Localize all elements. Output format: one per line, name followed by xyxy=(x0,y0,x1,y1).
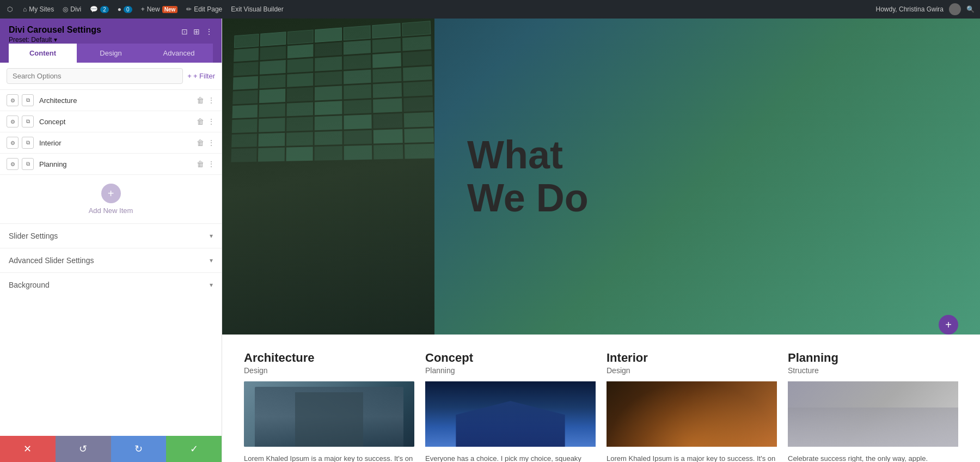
chevron-down-icon: ▾ xyxy=(210,232,213,240)
card-title: Interior xyxy=(607,351,777,365)
chevron-down-icon: ▾ xyxy=(210,257,213,264)
delete-icon[interactable]: 🗑 xyxy=(197,160,204,168)
card-planning: Planning Structure Celebrate success rig… xyxy=(788,351,958,462)
sidebar-title: Divi Carousel Settings xyxy=(9,25,101,35)
redo-button[interactable]: ↻ xyxy=(111,436,167,462)
feedback-badge: 0 xyxy=(124,6,132,13)
admin-bar: ⬡ ⌂ My Sites ◎ Divi 💬 2 ● 0 + New New ✏ … xyxy=(0,0,980,19)
my-sites-menu[interactable]: ⌂ My Sites xyxy=(23,5,54,13)
hero-heading: What We Do xyxy=(467,133,589,220)
main-layout: Divi Carousel Settings Preset: Default ▾… xyxy=(0,19,980,462)
tab-advanced[interactable]: Advanced xyxy=(145,44,213,63)
chevron-down-icon: ▾ xyxy=(54,36,57,44)
admin-bar-right: Howdy, Christina Gwira 🔍 xyxy=(876,3,975,15)
add-section-button[interactable]: + xyxy=(939,315,958,335)
card-text: Lorem Khaled Ipsum is a major key to suc… xyxy=(607,453,777,462)
cancel-button[interactable]: ✕ xyxy=(0,436,56,462)
list-item: ⚙ ⧉ Architecture 🗑 ⋮ xyxy=(0,90,222,111)
card-architecture: Architecture Design Lorem Khaled Ipsum i… xyxy=(244,351,414,462)
home-icon: ⌂ xyxy=(23,5,27,13)
divi-icon: ◎ xyxy=(63,5,68,13)
edit-page-btn[interactable]: ✏ Edit Page xyxy=(186,5,222,13)
duplicate-icon[interactable]: ⧉ xyxy=(22,115,34,127)
slider-settings-section[interactable]: Slider Settings ▾ xyxy=(0,223,222,248)
carousel-section: Architecture Design Lorem Khaled Ipsum i… xyxy=(222,335,980,462)
settings-icon[interactable]: ⚙ xyxy=(7,94,19,106)
bottom-buttons: ✕ ↺ ↻ ✓ xyxy=(0,436,222,462)
background-label: Background xyxy=(9,281,50,289)
advanced-slider-settings-section[interactable]: Advanced Slider Settings ▾ xyxy=(0,248,222,272)
advanced-slider-settings-label: Advanced Slider Settings xyxy=(9,256,94,265)
tab-design[interactable]: Design xyxy=(77,44,145,63)
preset-selector[interactable]: Preset: Default ▾ xyxy=(9,36,101,44)
card-title: Concept xyxy=(425,351,596,365)
search-input[interactable] xyxy=(7,68,183,84)
sidebar-tabs: Content Design Advanced xyxy=(9,44,213,63)
drag-icon[interactable]: ⋮ xyxy=(207,96,215,105)
card-concept: Concept Planning Everyone has a choice. … xyxy=(425,351,596,462)
minimize-icon[interactable]: ⊡ xyxy=(181,27,188,36)
hero-text-block: What We Do xyxy=(222,112,621,241)
add-label: Add New Item xyxy=(89,206,133,215)
card-subtitle: Design xyxy=(244,366,414,375)
drag-icon[interactable]: ⋮ xyxy=(207,138,215,147)
card-subtitle: Structure xyxy=(788,366,958,375)
slider-settings-label: Slider Settings xyxy=(9,232,58,240)
slide-label: Architecture xyxy=(39,96,197,105)
card-title: Architecture xyxy=(244,351,414,365)
list-item: ⚙ ⧉ Planning 🗑 ⋮ xyxy=(0,154,222,175)
divi-menu[interactable]: ◎ Divi xyxy=(63,5,81,13)
add-circle-icon: + xyxy=(101,184,121,203)
comments-menu[interactable]: 💬 2 xyxy=(90,5,109,13)
duplicate-icon[interactable]: ⧉ xyxy=(22,137,34,149)
new-menu[interactable]: + New New xyxy=(141,5,178,13)
canvas-area: What We Do + Architecture Design Lore xyxy=(222,19,980,462)
carousel-cards: Architecture Design Lorem Khaled Ipsum i… xyxy=(244,351,958,462)
expand-icon[interactable]: ⊞ xyxy=(193,27,200,36)
sidebar-header: Divi Carousel Settings Preset: Default ▾… xyxy=(0,19,222,63)
settings-sidebar: Divi Carousel Settings Preset: Default ▾… xyxy=(0,19,222,462)
duplicate-icon[interactable]: ⧉ xyxy=(22,94,34,106)
more-options-icon[interactable]: ⋮ xyxy=(205,27,213,36)
save-button[interactable]: ✓ xyxy=(166,436,222,462)
card-image-concept xyxy=(425,381,596,447)
card-text: Everyone has a choice. I pick my choice,… xyxy=(425,453,596,462)
drag-icon[interactable]: ⋮ xyxy=(207,117,215,126)
bubble-icon: 💬 xyxy=(90,5,98,13)
delete-icon[interactable]: 🗑 xyxy=(197,96,204,105)
slide-items-list: ⚙ ⧉ Architecture 🗑 ⋮ ⚙ ⧉ Concept 🗑 ⋮ xyxy=(0,90,222,175)
slide-label: Interior xyxy=(39,139,197,147)
exit-builder-btn[interactable]: Exit Visual Builder xyxy=(231,5,284,13)
undo-button[interactable]: ↺ xyxy=(56,436,111,462)
background-section[interactable]: Background ▾ xyxy=(0,272,222,297)
list-item: ⚙ ⧉ Interior 🗑 ⋮ xyxy=(0,132,222,154)
card-image-interior xyxy=(607,381,777,447)
card-subtitle: Design xyxy=(607,366,777,375)
tab-content[interactable]: Content xyxy=(9,44,77,63)
plus-icon: + xyxy=(187,72,192,80)
card-title: Planning xyxy=(788,351,958,365)
hero-section: What We Do + xyxy=(222,19,980,335)
delete-icon[interactable]: 🗑 xyxy=(197,138,204,147)
duplicate-icon[interactable]: ⧉ xyxy=(22,158,34,170)
add-new-item-btn[interactable]: + Add New Item xyxy=(0,175,222,223)
settings-icon[interactable]: ⚙ xyxy=(7,158,19,170)
search-icon[interactable]: 🔍 xyxy=(966,5,975,13)
feedback-menu[interactable]: ● 0 xyxy=(118,5,132,13)
list-item: ⚙ ⧉ Concept 🗑 ⋮ xyxy=(0,111,222,132)
filter-button[interactable]: + + Filter xyxy=(187,72,215,80)
card-interior: Interior Design Lorem Khaled Ipsum is a … xyxy=(607,351,777,462)
new-badge: New xyxy=(162,6,178,13)
settings-icon[interactable]: ⚙ xyxy=(7,115,19,127)
chevron-down-icon: ▾ xyxy=(210,281,213,289)
card-text: Lorem Khaled Ipsum is a major key to suc… xyxy=(244,453,414,462)
settings-icon[interactable]: ⚙ xyxy=(7,137,19,149)
delete-icon[interactable]: 🗑 xyxy=(197,117,204,126)
feedback-icon: ● xyxy=(118,5,121,13)
pencil-icon: ✏ xyxy=(186,5,192,13)
drag-icon[interactable]: ⋮ xyxy=(207,160,215,168)
wordpress-icon: ⬡ xyxy=(5,5,14,14)
avatar xyxy=(949,3,961,15)
card-text: Celebrate success right, the only way, a… xyxy=(788,453,958,462)
wp-icon[interactable]: ⬡ xyxy=(5,5,14,14)
